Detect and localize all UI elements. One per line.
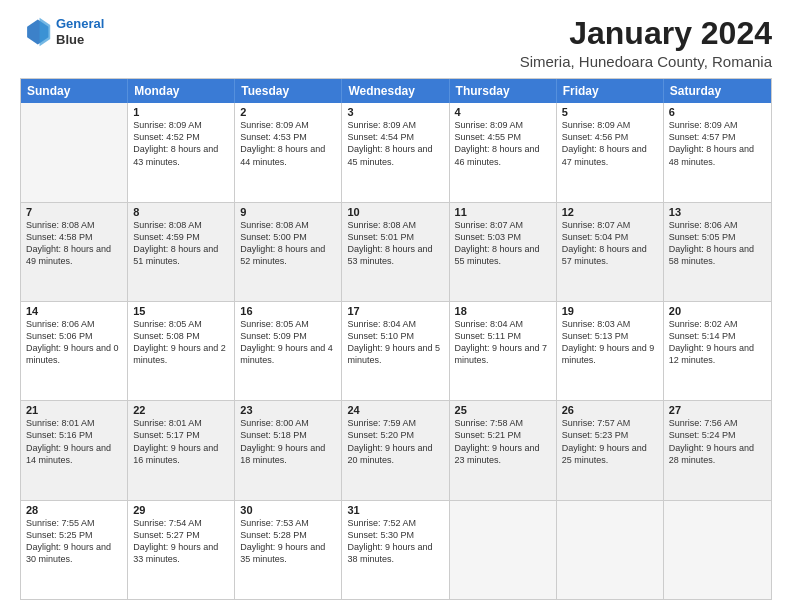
calendar-header: SundayMondayTuesdayWednesdayThursdayFrid… bbox=[21, 79, 771, 103]
day-cell-15: 15Sunrise: 8:05 AMSunset: 5:08 PMDayligh… bbox=[128, 302, 235, 400]
day-number: 13 bbox=[669, 206, 766, 218]
sunrise-text: Sunrise: 7:55 AM bbox=[26, 517, 122, 529]
sunset-text: Sunset: 5:24 PM bbox=[669, 429, 766, 441]
logo-line1: General bbox=[56, 16, 104, 31]
daylight-text: Daylight: 9 hours and 16 minutes. bbox=[133, 442, 229, 466]
day-number: 14 bbox=[26, 305, 122, 317]
day-number: 6 bbox=[669, 106, 766, 118]
day-cell-16: 16Sunrise: 8:05 AMSunset: 5:09 PMDayligh… bbox=[235, 302, 342, 400]
sunrise-text: Sunrise: 8:05 AM bbox=[240, 318, 336, 330]
header-day-saturday: Saturday bbox=[664, 79, 771, 103]
sunrise-text: Sunrise: 8:03 AM bbox=[562, 318, 658, 330]
sunset-text: Sunset: 4:57 PM bbox=[669, 131, 766, 143]
day-number: 8 bbox=[133, 206, 229, 218]
sunrise-text: Sunrise: 7:59 AM bbox=[347, 417, 443, 429]
sunset-text: Sunset: 5:03 PM bbox=[455, 231, 551, 243]
daylight-text: Daylight: 9 hours and 5 minutes. bbox=[347, 342, 443, 366]
day-cell-21: 21Sunrise: 8:01 AMSunset: 5:16 PMDayligh… bbox=[21, 401, 128, 499]
sunset-text: Sunset: 5:06 PM bbox=[26, 330, 122, 342]
day-number: 1 bbox=[133, 106, 229, 118]
daylight-text: Daylight: 9 hours and 4 minutes. bbox=[240, 342, 336, 366]
sunrise-text: Sunrise: 7:53 AM bbox=[240, 517, 336, 529]
daylight-text: Daylight: 8 hours and 45 minutes. bbox=[347, 143, 443, 167]
sunrise-text: Sunrise: 8:09 AM bbox=[562, 119, 658, 131]
sunrise-text: Sunrise: 8:09 AM bbox=[669, 119, 766, 131]
empty-cell-4-4 bbox=[450, 501, 557, 599]
day-cell-8: 8Sunrise: 8:08 AMSunset: 4:59 PMDaylight… bbox=[128, 203, 235, 301]
sunrise-text: Sunrise: 7:56 AM bbox=[669, 417, 766, 429]
day-number: 23 bbox=[240, 404, 336, 416]
sunrise-text: Sunrise: 8:09 AM bbox=[240, 119, 336, 131]
day-number: 21 bbox=[26, 404, 122, 416]
sunset-text: Sunset: 5:17 PM bbox=[133, 429, 229, 441]
day-cell-1: 1Sunrise: 8:09 AMSunset: 4:52 PMDaylight… bbox=[128, 103, 235, 201]
day-number: 28 bbox=[26, 504, 122, 516]
sunrise-text: Sunrise: 8:05 AM bbox=[133, 318, 229, 330]
header: General Blue January 2024 Simeria, Huned… bbox=[20, 16, 772, 70]
header-day-sunday: Sunday bbox=[21, 79, 128, 103]
sunset-text: Sunset: 4:54 PM bbox=[347, 131, 443, 143]
sunrise-text: Sunrise: 8:06 AM bbox=[669, 219, 766, 231]
daylight-text: Daylight: 8 hours and 47 minutes. bbox=[562, 143, 658, 167]
daylight-text: Daylight: 9 hours and 30 minutes. bbox=[26, 541, 122, 565]
header-day-tuesday: Tuesday bbox=[235, 79, 342, 103]
sunset-text: Sunset: 4:59 PM bbox=[133, 231, 229, 243]
sunset-text: Sunset: 5:21 PM bbox=[455, 429, 551, 441]
sunrise-text: Sunrise: 8:07 AM bbox=[455, 219, 551, 231]
day-cell-5: 5Sunrise: 8:09 AMSunset: 4:56 PMDaylight… bbox=[557, 103, 664, 201]
day-cell-4: 4Sunrise: 8:09 AMSunset: 4:55 PMDaylight… bbox=[450, 103, 557, 201]
sunrise-text: Sunrise: 7:52 AM bbox=[347, 517, 443, 529]
sunrise-text: Sunrise: 8:00 AM bbox=[240, 417, 336, 429]
calendar: SundayMondayTuesdayWednesdayThursdayFrid… bbox=[20, 78, 772, 600]
sunrise-text: Sunrise: 8:04 AM bbox=[347, 318, 443, 330]
daylight-text: Daylight: 8 hours and 52 minutes. bbox=[240, 243, 336, 267]
day-cell-13: 13Sunrise: 8:06 AMSunset: 5:05 PMDayligh… bbox=[664, 203, 771, 301]
sunset-text: Sunset: 5:11 PM bbox=[455, 330, 551, 342]
daylight-text: Daylight: 8 hours and 46 minutes. bbox=[455, 143, 551, 167]
subtitle: Simeria, Hunedoara County, Romania bbox=[520, 53, 772, 70]
calendar-body: 1Sunrise: 8:09 AMSunset: 4:52 PMDaylight… bbox=[21, 103, 771, 599]
sunset-text: Sunset: 5:23 PM bbox=[562, 429, 658, 441]
sunrise-text: Sunrise: 8:08 AM bbox=[347, 219, 443, 231]
sunset-text: Sunset: 5:00 PM bbox=[240, 231, 336, 243]
empty-cell-4-6 bbox=[664, 501, 771, 599]
sunset-text: Sunset: 5:30 PM bbox=[347, 529, 443, 541]
daylight-text: Daylight: 9 hours and 0 minutes. bbox=[26, 342, 122, 366]
sunrise-text: Sunrise: 7:57 AM bbox=[562, 417, 658, 429]
day-cell-3: 3Sunrise: 8:09 AMSunset: 4:54 PMDaylight… bbox=[342, 103, 449, 201]
day-cell-11: 11Sunrise: 8:07 AMSunset: 5:03 PMDayligh… bbox=[450, 203, 557, 301]
daylight-text: Daylight: 9 hours and 23 minutes. bbox=[455, 442, 551, 466]
day-cell-2: 2Sunrise: 8:09 AMSunset: 4:53 PMDaylight… bbox=[235, 103, 342, 201]
daylight-text: Daylight: 8 hours and 55 minutes. bbox=[455, 243, 551, 267]
sunrise-text: Sunrise: 7:58 AM bbox=[455, 417, 551, 429]
day-number: 17 bbox=[347, 305, 443, 317]
sunrise-text: Sunrise: 8:06 AM bbox=[26, 318, 122, 330]
header-day-friday: Friday bbox=[557, 79, 664, 103]
header-day-thursday: Thursday bbox=[450, 79, 557, 103]
day-cell-24: 24Sunrise: 7:59 AMSunset: 5:20 PMDayligh… bbox=[342, 401, 449, 499]
day-number: 16 bbox=[240, 305, 336, 317]
sunrise-text: Sunrise: 8:09 AM bbox=[133, 119, 229, 131]
day-cell-20: 20Sunrise: 8:02 AMSunset: 5:14 PMDayligh… bbox=[664, 302, 771, 400]
day-number: 12 bbox=[562, 206, 658, 218]
day-cell-14: 14Sunrise: 8:06 AMSunset: 5:06 PMDayligh… bbox=[21, 302, 128, 400]
sunrise-text: Sunrise: 8:01 AM bbox=[133, 417, 229, 429]
day-number: 24 bbox=[347, 404, 443, 416]
sunset-text: Sunset: 5:10 PM bbox=[347, 330, 443, 342]
day-number: 11 bbox=[455, 206, 551, 218]
page: General Blue January 2024 Simeria, Huned… bbox=[0, 0, 792, 612]
day-number: 29 bbox=[133, 504, 229, 516]
sunrise-text: Sunrise: 8:09 AM bbox=[347, 119, 443, 131]
day-number: 4 bbox=[455, 106, 551, 118]
calendar-row-0: 1Sunrise: 8:09 AMSunset: 4:52 PMDaylight… bbox=[21, 103, 771, 201]
day-cell-25: 25Sunrise: 7:58 AMSunset: 5:21 PMDayligh… bbox=[450, 401, 557, 499]
sunrise-text: Sunrise: 8:07 AM bbox=[562, 219, 658, 231]
sunrise-text: Sunrise: 8:08 AM bbox=[240, 219, 336, 231]
header-day-monday: Monday bbox=[128, 79, 235, 103]
sunset-text: Sunset: 5:08 PM bbox=[133, 330, 229, 342]
daylight-text: Daylight: 9 hours and 33 minutes. bbox=[133, 541, 229, 565]
sunset-text: Sunset: 5:20 PM bbox=[347, 429, 443, 441]
day-number: 2 bbox=[240, 106, 336, 118]
day-cell-6: 6Sunrise: 8:09 AMSunset: 4:57 PMDaylight… bbox=[664, 103, 771, 201]
daylight-text: Daylight: 9 hours and 12 minutes. bbox=[669, 342, 766, 366]
